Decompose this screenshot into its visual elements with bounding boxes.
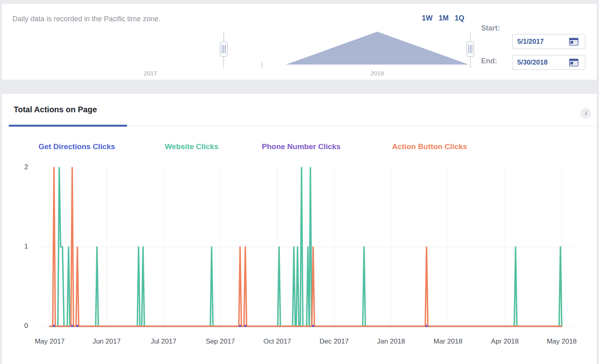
year-label-2018: 2018 <box>368 70 387 77</box>
x-axis-label: Jul 2017 <box>146 338 182 346</box>
x-axis-label: Apr 2018 <box>487 338 523 346</box>
x-axis-label: Sep 2017 <box>202 338 239 346</box>
end-label: End: <box>481 57 497 65</box>
chart-canvas <box>2 94 598 364</box>
end-date-field <box>512 55 585 70</box>
date-range-card: Daily data is recorded in the Pacific ti… <box>1 3 597 80</box>
x-axis-label: Oct 2017 <box>259 338 295 346</box>
y-axis-label: 0 <box>18 322 28 330</box>
right-slider-handle[interactable] <box>467 32 474 68</box>
calendar-icon[interactable] <box>569 59 579 67</box>
left-slider-handle[interactable] <box>220 32 227 68</box>
x-axis-label: May 2018 <box>544 338 580 346</box>
x-axis-label: Jun 2017 <box>89 338 125 346</box>
y-axis-label: 2 <box>18 163 28 171</box>
active-tab-underline <box>9 125 127 127</box>
calendar-icon[interactable] <box>569 38 579 46</box>
x-axis-label: Dec 2017 <box>316 338 352 346</box>
year-label-2017: 2017 <box>141 70 160 77</box>
y-axis-label: 1 <box>18 243 28 251</box>
x-axis-label: Jan 2018 <box>373 338 409 346</box>
activity-area-shape <box>286 32 469 65</box>
timeline-scrubber <box>2 4 598 81</box>
start-date-input[interactable] <box>513 38 568 46</box>
x-axis-label: May 2017 <box>32 338 68 346</box>
end-date-input[interactable] <box>513 59 568 67</box>
actions-line-chart: 012 May 2017Jun 2017Jul 2017Sep 2017Oct … <box>2 94 598 364</box>
x-axis-label: Mar 2018 <box>430 338 466 346</box>
start-label: Start: <box>481 24 500 32</box>
total-actions-panel: Total Actions on Page i Get Directions C… <box>1 93 597 364</box>
start-date-field <box>512 34 585 49</box>
